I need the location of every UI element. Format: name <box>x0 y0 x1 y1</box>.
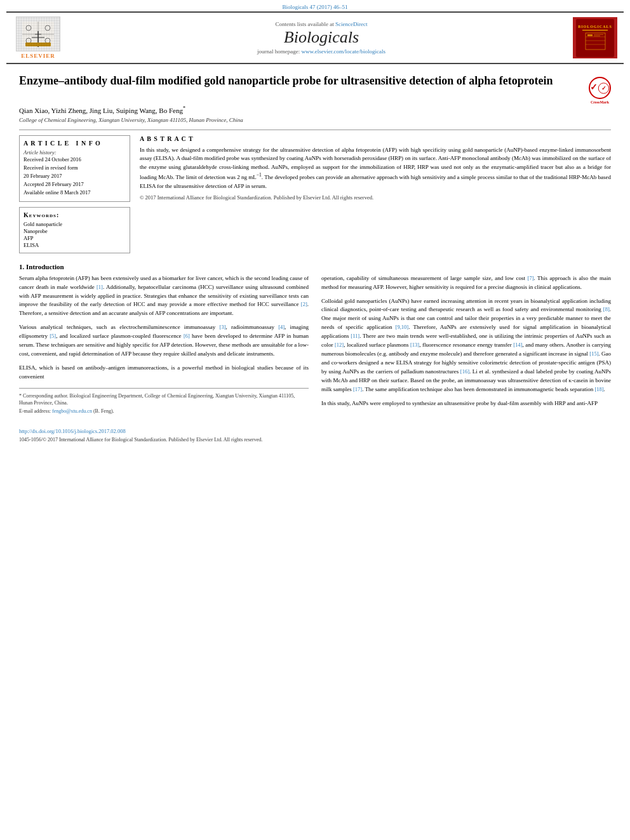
svg-rect-10 <box>25 43 51 46</box>
article-info-title: A R T I C L E I N F O <box>23 140 126 147</box>
right-para-1: operation, capability of simultaneous me… <box>321 274 611 292</box>
revised-date: 20 February 2017 <box>23 173 126 179</box>
body-section: 1. Introduction Serum alpha fetoprotein … <box>19 263 611 417</box>
left-column: A R T I C L E I N F O Article history: R… <box>19 135 130 253</box>
article-info-abstract-row: A R T I C L E I N F O Article history: R… <box>19 135 611 253</box>
journal-citation: Biologicals 47 (2017) 46–51 <box>282 4 347 10</box>
elsevier-label: ELSEVIER <box>21 53 55 59</box>
contents-line: Contents lists available at ScienceDirec… <box>70 21 573 27</box>
article-title-container: Enzyme–antibody dual-film modified gold … <box>19 74 611 99</box>
received-date: Received 24 October 2016 <box>23 156 126 163</box>
intro-para-1: Serum alpha fetoprotein (AFP) has been e… <box>19 274 309 319</box>
article-title: Enzyme–antibody dual-film modified gold … <box>19 74 589 88</box>
svg-point-3 <box>26 25 31 30</box>
svg-rect-0 <box>22 22 54 47</box>
keyword-4: ELISA <box>23 242 126 248</box>
right-para-3: In this study, AuNPs were employed to sy… <box>321 399 611 408</box>
copyright-line: © 2017 International Alliance for Biolog… <box>140 194 611 201</box>
intro-para-2: Various analytical techniques, such as e… <box>19 323 309 359</box>
footnote-text: * Corresponding author. Biological Engin… <box>19 392 309 406</box>
homepage-line: journal homepage: www.elsevier.com/locat… <box>70 48 573 55</box>
doi-url[interactable]: http://dx.doi.org/10.1016/j.biologics.20… <box>19 428 126 434</box>
svg-rect-16 <box>594 34 603 35</box>
intro-heading: 1. Introduction <box>19 263 611 270</box>
intro-para-3: ELISA, which is based on antibody–antige… <box>19 364 309 382</box>
history-label: Article history: <box>23 149 126 156</box>
journal-center: Contents lists available at ScienceDirec… <box>70 21 573 55</box>
abstract-text: In this study, we designed a comprehensi… <box>140 146 611 191</box>
svg-rect-15 <box>587 34 593 36</box>
doi-area: http://dx.doi.org/10.1016/j.biologics.20… <box>0 428 630 443</box>
affiliation: College of Chemical Engineering, Xiangta… <box>19 117 611 123</box>
journal-top-bar: Biologicals 47 (2017) 46–51 <box>0 0 630 11</box>
journal-header: ELSEVIER Contents lists available at Sci… <box>6 11 624 64</box>
svg-point-4 <box>45 25 50 30</box>
right-para-2: Colloidal gold nanoparticles (AuNPs) hav… <box>321 297 611 394</box>
email-address[interactable]: fengbo@xtu.edu.cn <box>52 408 92 414</box>
footnote-area: * Corresponding author. Biological Engin… <box>19 388 309 415</box>
homepage-url[interactable]: www.elsevier.com/locate/biologicals <box>302 48 385 55</box>
svg-point-6 <box>45 38 50 43</box>
abstract-title: A B S T R A C T <box>140 135 611 142</box>
keywords-title: Keywords: <box>23 211 126 218</box>
article-history-box: A R T I C L E I N F O Article history: R… <box>19 135 130 202</box>
issn-line: 1045-1056/© 2017 International Alliance … <box>19 437 611 443</box>
right-column: A B S T R A C T In this study, we design… <box>140 135 611 253</box>
keyword-1: Gold nanoparticle <box>23 221 126 227</box>
elsevier-logo: ELSEVIER <box>13 17 64 59</box>
body-columns: Serum alpha fetoprotein (AFP) has been e… <box>19 274 611 417</box>
svg-rect-17 <box>594 36 600 36</box>
sciencedirect-link[interactable]: ScienceDirect <box>335 21 367 27</box>
accepted-date: Accepted 28 February 2017 <box>23 181 126 187</box>
author-names: Qian Xiao, Yizhi Zheng, Jing Liu, Suipin… <box>19 107 185 114</box>
page: Biologicals 47 (2017) 46–51 <box>0 0 630 840</box>
article-content: Enzyme–antibody dual-film modified gold … <box>0 64 630 423</box>
body-right-col: operation, capability of simultaneous me… <box>321 274 611 417</box>
body-left-col: Serum alpha fetoprotein (AFP) has been e… <box>19 274 309 417</box>
journal-name: Biologicals <box>70 29 573 47</box>
keyword-3: AFP <box>23 235 126 241</box>
svg-text:✓: ✓ <box>601 85 607 91</box>
svg-point-5 <box>26 38 31 43</box>
doi-link[interactable]: http://dx.doi.org/10.1016/j.biologics.20… <box>19 428 611 434</box>
revised-label: Received in revised form <box>23 164 126 171</box>
authors: Qian Xiao, Yizhi Zheng, Jing Liu, Suipin… <box>19 105 611 114</box>
available-date: Available online 8 March 2017 <box>23 189 126 196</box>
elsevier-logo-image <box>16 17 60 51</box>
email-suffix: (B. Feng). <box>93 408 114 414</box>
crossmark-badge: ✓ CrossMark <box>589 77 611 99</box>
keywords-box: Keywords: Gold nanoparticle Nanoprobe AF… <box>19 207 130 253</box>
divider-1 <box>19 130 611 130</box>
keyword-2: Nanoprobe <box>23 228 126 234</box>
email-label: E-mail address: <box>19 408 52 414</box>
journal-logo-right: BIOLOGICALS <box>573 17 617 58</box>
email-line: E-mail address: fengbo@xtu.edu.cn (B. Fe… <box>19 408 309 415</box>
